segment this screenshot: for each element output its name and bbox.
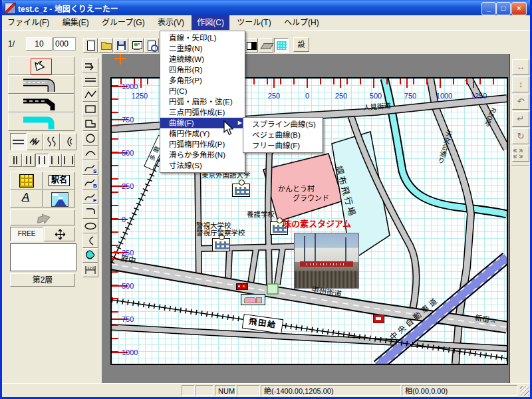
river-tool-button[interactable] bbox=[8, 112, 74, 131]
resize-grip[interactable] bbox=[520, 386, 529, 396]
menu-item-elliptic-arc[interactable]: 円弧楕円作成(P) bbox=[160, 139, 245, 150]
ruler-label: 250 bbox=[122, 182, 134, 190]
menu-item-dimension[interactable]: 寸法線(S) bbox=[160, 160, 245, 171]
fill-mode-button[interactable] bbox=[243, 38, 258, 53]
road-width-3-button[interactable] bbox=[35, 154, 49, 167]
building-tool-button[interactable] bbox=[10, 172, 43, 190]
polygon-tool[interactable] bbox=[82, 116, 98, 131]
menu-file[interactable]: ファイル(F) bbox=[2, 15, 55, 30]
print-preview-button[interactable] bbox=[144, 38, 159, 53]
menu-item-rectangle[interactable]: 四角形(R) bbox=[160, 65, 245, 75]
circle-tool[interactable] bbox=[82, 131, 98, 146]
scale-value-button[interactable]: 10 bbox=[26, 37, 53, 51]
redo-button[interactable]: ↵ bbox=[512, 111, 529, 127]
pointer-jump-button[interactable] bbox=[10, 209, 75, 225]
double-line-tool[interactable] bbox=[82, 72, 98, 87]
dimension-tool[interactable]: 123 bbox=[82, 263, 98, 277]
ruler-label: 750 bbox=[122, 315, 134, 323]
eraser-button[interactable] bbox=[259, 38, 273, 53]
road-width-5-button[interactable] bbox=[62, 154, 75, 167]
settings-button[interactable]: 設 bbox=[293, 37, 309, 52]
origin-crosshair-v bbox=[120, 54, 121, 65]
road-gray-tool-button[interactable] bbox=[8, 75, 74, 94]
draw-menu-popup: 直線・矢印(L) 二重線(N) 連続線(W) 四角形(R) 多角形(P) 円(C… bbox=[160, 31, 245, 173]
svg-text:B: B bbox=[93, 183, 97, 189]
road-width-4-button[interactable] bbox=[49, 154, 62, 167]
line-style-zigzag-button[interactable] bbox=[27, 133, 43, 150]
grid-toggle-button[interactable] bbox=[274, 38, 289, 53]
free-mode-button[interactable]: FREE bbox=[10, 227, 43, 241]
bezier-curve-tool[interactable]: B bbox=[82, 175, 98, 190]
rectangle-tool[interactable] bbox=[82, 102, 98, 116]
open-file-button[interactable] bbox=[98, 38, 113, 53]
close-button[interactable]: × bbox=[511, 2, 527, 15]
fit-view-button[interactable] bbox=[512, 146, 529, 162]
submenu-item-bezier[interactable]: ベジェ曲線(B) bbox=[243, 130, 323, 140]
maximize-button[interactable]: □ bbox=[496, 2, 511, 15]
new-document-button[interactable] bbox=[83, 38, 98, 53]
refresh-button[interactable]: ↻ bbox=[512, 128, 529, 144]
road-width-2-button[interactable] bbox=[22, 154, 35, 167]
ellipse-tool[interactable] bbox=[82, 219, 98, 233]
gray-arrow-icon bbox=[35, 212, 52, 224]
line-style-arc-button[interactable] bbox=[60, 133, 76, 150]
arc-tool[interactable] bbox=[82, 146, 98, 160]
line-arrow-tool[interactable] bbox=[82, 58, 98, 72]
image-tool-button[interactable] bbox=[43, 190, 75, 207]
building-icon bbox=[19, 174, 34, 188]
minimize-button[interactable]: _ bbox=[481, 2, 496, 15]
menu-item-double-line[interactable]: 二重線(N) bbox=[160, 43, 245, 54]
road-width-1-button[interactable] bbox=[9, 154, 22, 167]
menu-item-polyline[interactable]: 連続線(W) bbox=[160, 54, 245, 65]
menu-item-smooth-polygon[interactable]: 滑らか多角形(N) bbox=[160, 150, 245, 160]
ruler-label: 1000 bbox=[122, 82, 138, 90]
move-mode-button[interactable] bbox=[44, 227, 75, 241]
text-tool-button[interactable]: A bbox=[10, 190, 43, 207]
spline-curve-tool[interactable]: S bbox=[82, 160, 98, 175]
free-curve-icon: F bbox=[83, 190, 98, 203]
export-view-button[interactable] bbox=[129, 38, 144, 53]
expand-icon bbox=[513, 148, 523, 159]
bus-stop-icon bbox=[241, 294, 265, 305]
menu-view[interactable]: 表示(V) bbox=[152, 15, 190, 30]
title-bar[interactable]: test.c_z - 地図くりえーたー _ □ × bbox=[0, 0, 532, 15]
menu-item-line-arrow[interactable]: 直線・矢印(L) bbox=[160, 33, 245, 43]
menu-help[interactable]: ヘルプ(H) bbox=[279, 15, 325, 30]
station-name-tool-button[interactable]: 駅名 bbox=[43, 172, 75, 190]
left-sidebar: 駅名 A FREE 第2層 bbox=[2, 54, 80, 383]
eraser-icon bbox=[260, 43, 273, 49]
menu-item-polygon[interactable]: 多角形(P) bbox=[160, 75, 245, 86]
menu-item-arc-sector[interactable]: 円弧・扇形・弦(E) bbox=[160, 96, 245, 107]
select-tool-button[interactable] bbox=[8, 57, 74, 75]
menu-edit[interactable]: 編集(E) bbox=[57, 15, 94, 30]
zigzag-lines-icon bbox=[27, 134, 43, 150]
pan-vertical-button[interactable]: ↕ bbox=[512, 76, 529, 92]
right-panel: ↔ ↕ ↶ ↵ ↻ bbox=[509, 54, 531, 383]
layer-button[interactable]: 第2層 bbox=[10, 273, 75, 287]
save-button[interactable] bbox=[114, 38, 128, 53]
polyline-tool[interactable] bbox=[82, 87, 98, 102]
submenu-item-spline[interactable]: スプライン曲線(S) bbox=[243, 119, 323, 130]
move-cross-icon bbox=[55, 229, 66, 240]
undo-button[interactable]: ↶ bbox=[512, 94, 529, 110]
scale-suffix-field[interactable]: 000 bbox=[53, 37, 76, 51]
menu-item-circle[interactable]: 円(C) bbox=[160, 86, 245, 96]
polyline-icon bbox=[83, 88, 98, 101]
menu-tool[interactable]: ツール(T) bbox=[231, 15, 276, 30]
mountain-image-icon bbox=[51, 192, 68, 207]
pan-horizontal-button[interactable]: ↔ bbox=[512, 59, 529, 75]
line-style-solid-button[interactable] bbox=[10, 133, 27, 150]
submenu-item-free-curve[interactable]: フリー曲線(F) bbox=[243, 140, 323, 151]
place-label-stadium: 味の素スタジアム bbox=[283, 219, 351, 229]
elliptic-arc-tool[interactable] bbox=[82, 233, 98, 248]
menu-draw[interactable]: 作図(C) bbox=[192, 15, 229, 30]
folder-tab bbox=[101, 42, 106, 44]
free-curve-tool[interactable]: F bbox=[82, 190, 98, 204]
line-style-wavy-button[interactable] bbox=[43, 133, 60, 150]
hook-arc-tool[interactable] bbox=[82, 204, 98, 219]
menu-group[interactable]: グループ(G) bbox=[96, 15, 150, 30]
menu-item-3point-arc[interactable]: 三点円弧作成(E) bbox=[160, 107, 245, 118]
smooth-polygon-tool[interactable] bbox=[82, 248, 98, 263]
ellipse-icon bbox=[83, 219, 98, 233]
road-black-tool-button[interactable] bbox=[8, 94, 74, 112]
